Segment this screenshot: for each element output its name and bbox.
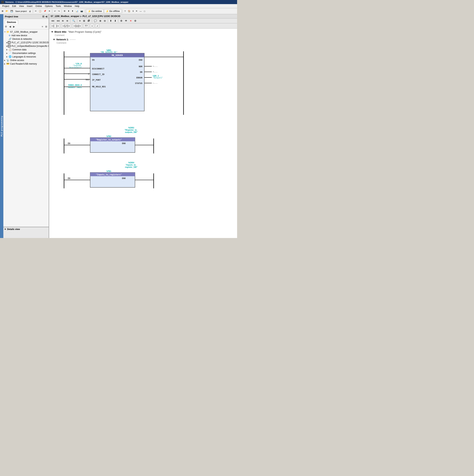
db4-label: %DB4 [113, 161, 150, 164]
menu-window[interactable]: Window [62, 4, 73, 8]
collapse-btn[interactable]: ≋ [65, 19, 69, 23]
download-btn[interactable]: ⬇ [67, 9, 70, 14]
tree-item-plc1215[interactable]: ▶ 🔲 PLC_s7_1215 [CPU 1215C DC/DC/DC] [3, 41, 49, 44]
plc1215-icon: 🔲 [8, 41, 11, 44]
tree-label-add-device: Add new device [11, 34, 27, 37]
print-btn[interactable]: 🖨 [28, 9, 32, 14]
tree-detail-view-btn[interactable]: ⊞ [44, 25, 48, 28]
contact-no-btn[interactable]: —| |— [50, 24, 60, 28]
menu-tools[interactable]: Tools [54, 4, 62, 8]
fb1-en: EN [68, 177, 70, 180]
network-1-dashes: ----- [70, 38, 76, 41]
devices-tab[interactable]: Devices [5, 20, 18, 24]
compile2-btn[interactable]: ⚙ [119, 19, 123, 23]
zoom-out-btn[interactable]: 🔍 [71, 19, 76, 23]
list-btn[interactable]: ≡ [78, 19, 82, 23]
breadcrumb-bar: S7_1200_Modbus_wrapper ▶ PLC_s7_1215 [CP… [49, 14, 237, 18]
open-btn[interactable]: 📂 [5, 9, 9, 14]
paste-btn[interactable]: 📌 [43, 9, 47, 14]
compile-btn[interactable]: ⚙ [63, 9, 67, 14]
block-title: ▼ Block title: "Main Program Sweep (Cycl… [51, 30, 235, 33]
tree-arrow-project: ▼ [4, 31, 6, 33]
go-offline-button[interactable]: ⚡ Go offline [104, 9, 121, 13]
contact-nc-btn[interactable]: —|/|— [61, 24, 71, 28]
copy-btn[interactable]: 📋 [38, 9, 42, 14]
remove-row-btn[interactable]: ⊖ [103, 19, 107, 23]
menu-view[interactable]: View [17, 4, 25, 8]
coil-right-btn[interactable]: → [90, 24, 94, 28]
expand-btn[interactable]: ≋ [61, 19, 65, 23]
close-project-btn[interactable]: ✕ [135, 9, 138, 14]
tree-item-project[interactable]: ▼ 📁 S7_1200_Modbus_wrapper [3, 30, 49, 34]
add-row-btn[interactable]: ⊕ [98, 19, 102, 23]
column-btn[interactable]: 🗊 [87, 19, 91, 23]
dr-pin: DR [140, 71, 143, 73]
snap-right-btn[interactable]: ⊣⊣ [56, 19, 61, 23]
block-title-arrow[interactable]: ▼ [51, 30, 53, 33]
menu-insert[interactable]: Insert [25, 4, 34, 8]
redo-btn[interactable]: ↪ [57, 9, 61, 14]
comment-btn[interactable]: 💬 [93, 19, 98, 23]
tree-arrow-lang: ▶ [6, 56, 9, 58]
contact-po-btn[interactable]: —|○|— [72, 24, 82, 28]
monitor-btn[interactable]: 📊 [75, 9, 79, 14]
error-btn[interactable]: ✕ [129, 19, 133, 23]
tree-item-add-device[interactable]: ⊕ Add new device [3, 34, 49, 37]
main-toolbar: ⊞ 📂 💾 Save project 🖨 ✂ 📋 📌 ✕ ↩ ↪ ⚙ ⬇ ⬆ 📊… [0, 8, 237, 14]
network-1-comment[interactable]: Comment [53, 42, 235, 44]
coil-set-btn[interactable]: ↗ [95, 24, 99, 28]
menu-edit[interactable]: Edit [11, 4, 17, 8]
details-label: Details view [7, 228, 20, 231]
tree-list-view-btn[interactable]: ≡ [41, 25, 44, 28]
db1-name: "MB_SERVER_DE" [100, 51, 118, 53]
move-up-btn[interactable]: ⬆ [109, 19, 113, 23]
new-btn[interactable]: ⊞ [1, 9, 4, 14]
info-btn[interactable]: ℹ [132, 9, 135, 14]
portal-btn[interactable]: 🏠 [127, 9, 131, 14]
block-comment-line[interactable]: Comment [51, 34, 235, 36]
save-project-btn[interactable]: Save project [14, 9, 28, 14]
tree-settings-btn[interactable]: ⚙ [4, 25, 8, 28]
project-tree-panel: Project tree ⊞ ◀ Devices ⚙ ◀ ▶ ≡ ⊞ ▼ 📁 S… [3, 14, 49, 238]
cut-btn[interactable]: ✂ [34, 9, 37, 14]
delete-btn[interactable]: ✕ [48, 9, 51, 14]
tree-item-plc-unspec[interactable]: ▶ 🔲 PLC_UnSpecifiedDevice [Unspecific CP… [3, 44, 49, 48]
tree-forward-btn[interactable]: ▶ [12, 25, 16, 28]
snap-left-btn[interactable]: ⊣⊣ [50, 19, 55, 23]
tree-item-online-access[interactable]: ▶ 📡 Online access [3, 58, 49, 62]
unknown-btn[interactable]: ?? [83, 24, 89, 28]
menu-project[interactable]: Project [1, 4, 11, 8]
move-down-btn[interactable]: ⬇ [113, 19, 117, 23]
panel-collapse-icon[interactable]: ◀ [45, 15, 47, 18]
tree-item-card-reader[interactable]: ▶ 💳 Card Reader/USB memory [3, 62, 49, 66]
panel-grid-icon[interactable]: ⊞ [42, 15, 44, 18]
table-btn[interactable]: ⊞ [82, 19, 86, 23]
editor-toolbar: ⊣⊣ ⊣⊣ ≋ ≋ 🔍 ≡ ⊞ 🗊 💬 ⊕ ⊖ ⬆ ⬇ ⚙ 👁 ✕ ⚙ [49, 18, 237, 23]
tree-item-doc-settings[interactable]: ▶ 📄 Documentation settings [3, 51, 49, 55]
upload-btn[interactable]: ⬆ [71, 9, 74, 14]
menu-help[interactable]: Help [73, 4, 81, 8]
save-btn[interactable]: 💾 [10, 9, 14, 14]
settings2-btn[interactable]: ⚙ [133, 19, 137, 23]
menu-online[interactable]: Online [34, 4, 44, 8]
breadcrumb-part2: PLC_s7_1215 [CPU 1215C DC/DC/D [83, 15, 120, 17]
ip-port-val: 502 [85, 79, 89, 81]
snapshot-btn[interactable]: 📷 [80, 9, 84, 14]
network-1-arrow[interactable]: ▼ [53, 38, 55, 41]
tree-back-btn[interactable]: ◀ [8, 25, 12, 28]
tree-item-common-data[interactable]: ▶ 📋 Common data [3, 48, 49, 51]
maximize-btn[interactable]: □ [143, 9, 146, 14]
project-tree-title: Project tree [5, 15, 18, 18]
monitor2-btn[interactable]: 👁 [124, 19, 128, 23]
go-online-button[interactable]: ⚡ Go online [86, 9, 103, 13]
breadcrumb-part1: S7_1200_Modbus_wrapper [51, 15, 79, 17]
minimize-btn[interactable]: — [139, 9, 143, 14]
tree-item-languages[interactable]: ▶ 🌐 Languages & resources [3, 55, 49, 58]
project-folder-icon: 📁 [6, 30, 9, 33]
eno-pin: ENO [139, 59, 142, 61]
menu-options[interactable]: Options [44, 4, 54, 8]
tree-item-devices-networks[interactable]: 🔗 Devices & networks [3, 37, 49, 41]
details-header[interactable]: ▼ Details view [4, 228, 48, 231]
help-btn[interactable]: ? [124, 9, 127, 14]
undo-btn[interactable]: ↩ [53, 9, 57, 14]
